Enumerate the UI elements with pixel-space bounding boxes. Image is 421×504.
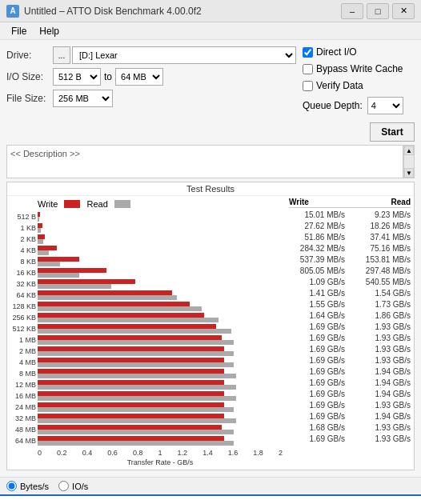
close-button[interactable]: ✕ [392,3,415,19]
chart-row: 32 MB [38,414,283,424]
table-row: 1.69 GB/s1.94 GB/s [289,411,411,422]
scroll-up-arrow[interactable]: ▲ [404,146,414,155]
file-size-select[interactable]: 256 MB [53,90,113,107]
bar-container [38,223,283,234]
table-read-value: 1.93 GB/s [355,334,411,342]
minimize-button[interactable]: – [341,3,363,19]
io-size-to-select[interactable]: 64 MB [115,68,163,86]
bar-container [38,391,283,402]
bar-read [38,228,41,233]
table-write-value: 1.69 GB/s [289,434,345,443]
xaxis-tick: 0.8 [133,449,143,457]
chart-row: 8 KB [38,257,283,267]
bar-read [38,284,111,289]
table-row: 284.32 MB/s75.16 MB/s [289,243,411,254]
table-row: 1.09 GB/s540.55 MB/s [289,277,411,287]
verify-data-row: Verify Data [303,80,415,91]
bar-read [38,329,231,334]
io-radio-item: IO/s [58,481,88,491]
chart-row: 8 MB [38,369,283,379]
scroll-down-arrow[interactable]: ▼ [404,168,414,178]
xaxis-tick: 0.4 [82,449,93,457]
drive-browse-button[interactable]: ... [53,46,70,64]
table-write-value: 27.62 MB/s [289,222,345,230]
description-text: << Description >> [10,149,80,158]
file-size-label: File Size: [6,93,53,104]
table-write-value: 805.05 MB/s [289,266,345,275]
verify-data-checkbox[interactable] [303,81,313,91]
io-radio[interactable] [58,481,69,491]
table-read-header: Read [391,198,411,206]
table-read-value: 540.55 MB/s [355,278,411,286]
drive-row: Drive: ... [D:] Lexar [6,46,296,64]
direct-io-label: Direct I/O [316,46,357,58]
io-label: IO/s [72,482,88,491]
table-write-value: 1.69 GB/s [289,390,345,398]
bar-read [38,385,236,390]
queue-depth-label: Queue Depth: [303,100,363,111]
table-read-value: 153.81 MB/s [355,255,411,264]
table-row: 1.55 GB/s1.73 GB/s [289,299,411,310]
menu-help[interactable]: Help [33,24,66,38]
table-row: 1.69 GB/s1.94 GB/s [289,378,411,388]
bar-container [38,268,283,278]
table-read-value: 37.41 MB/s [355,233,411,242]
chart-row: 2 MB [38,346,283,357]
bar-container [38,369,283,379]
description-scrollbar[interactable]: ▲ ▼ [403,145,415,178]
table-write-header: Write [289,198,309,206]
xaxis-title: Transfer Rate - GB/s [38,458,283,466]
data-rows-container: 15.01 MB/s9.23 MB/s27.62 MB/s18.26 MB/s5… [289,210,411,444]
bypass-write-cache-checkbox[interactable] [303,64,313,74]
bar-container [38,402,283,413]
direct-io-checkbox[interactable] [303,47,313,58]
bar-read [38,239,43,244]
maximize-button[interactable]: □ [367,3,389,19]
table-write-value: 1.69 GB/s [289,378,345,387]
chart-row-label: 8 KB [9,257,36,267]
table-row: 1.69 GB/s1.94 GB/s [289,389,411,399]
bar-container [38,290,283,301]
bar-container [38,246,283,256]
table-write-value: 1.64 GB/s [289,311,345,320]
chart-row: 16 MB [38,391,283,402]
bytes-radio[interactable] [6,481,17,491]
bar-container [38,234,283,245]
bar-read [38,273,79,278]
bypass-write-cache-label: Bypass Write Cache [316,63,403,74]
title-bar-text: Untitled – ATTO Disk Benchmark 4.00.0f2 [24,6,341,17]
chart-row: 64 KB [38,290,283,301]
queue-depth-select[interactable]: 4 [367,97,403,114]
bar-read [38,318,219,322]
table-write-value: 1.69 GB/s [289,356,345,365]
results-header: Test Results [7,182,414,196]
write-legend-label: Write [38,199,58,209]
table-read-value: 75.16 MB/s [355,244,411,253]
verify-data-label: Verify Data [316,80,363,91]
description-box: << Description >> [6,145,403,178]
table-read-value: 9.23 MB/s [355,210,411,219]
bar-read [38,306,202,311]
io-size-from-select[interactable]: 512 B [53,68,101,86]
io-size-label: I/O Size: [6,71,53,82]
start-button[interactable]: Start [370,122,415,142]
drive-select[interactable]: [D:] Lexar [72,46,296,64]
chart-row: 4 KB [38,246,283,256]
title-bar: A Untitled – ATTO Disk Benchmark 4.00.0f… [0,0,421,22]
to-label: to [104,71,112,82]
table-row: 1.69 GB/s1.93 GB/s [289,355,411,366]
bar-container [38,212,283,222]
bar-read [38,430,234,434]
table-row: 51.86 MB/s37.41 MB/s [289,232,411,242]
chart-row-label: 8 MB [9,369,36,379]
chart-row-label: 512 B [9,212,36,222]
table-write-value: 537.39 MB/s [289,255,345,264]
table-read-value: 1.94 GB/s [355,367,411,376]
bar-read [38,262,60,266]
chart-row-label: 32 KB [9,279,36,290]
bar-container [38,313,283,323]
menu-file[interactable]: File [5,24,33,38]
app-icon: A [6,5,19,18]
chart-row: 64 MB [38,436,283,446]
chart-row: 4 MB [38,358,283,368]
